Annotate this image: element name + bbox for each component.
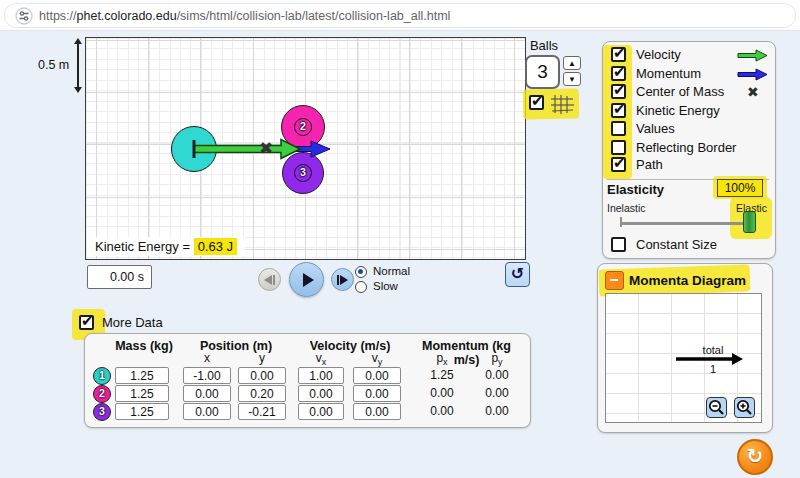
vx-input-ball1[interactable]: 1.00 — [298, 367, 344, 384]
subheader-vy: vy — [352, 351, 402, 367]
momenta-diagram-title: Momenta Diagram — [629, 273, 746, 288]
ball-2-number: 2 — [294, 118, 312, 136]
py-value-ball3: 0.00 — [476, 403, 518, 420]
py-value-ball2: 0.00 — [476, 385, 518, 402]
url-host: phet.colorado.edu — [77, 9, 177, 23]
elasticity-title: Elasticity — [607, 182, 664, 197]
checkbox-values[interactable] — [611, 121, 626, 136]
zoom-out-button[interactable] — [706, 397, 727, 418]
ball-3-badge: 3 — [93, 403, 111, 421]
more-data-checkbox[interactable] — [79, 315, 94, 330]
checkbox-kinetic-energy-label: Kinetic Energy — [636, 103, 720, 118]
y-input-ball2[interactable]: 0.20 — [238, 385, 286, 402]
checkbox-center-of-mass[interactable] — [611, 84, 626, 99]
total-value: 1 — [683, 363, 743, 375]
checkbox-momentum-label: Momentum — [636, 66, 701, 81]
radio-normal-label: Normal — [373, 265, 410, 277]
balls-increment-button[interactable]: ▲ — [563, 56, 581, 70]
elasticity-slider-thumb[interactable] — [743, 211, 756, 233]
radio-slow[interactable] — [355, 281, 367, 293]
collapse-button[interactable] — [605, 271, 624, 290]
mass-input-ball3[interactable]: 1.25 — [115, 403, 169, 420]
more-data-label: More Data — [102, 315, 163, 330]
total-label: total — [683, 344, 743, 356]
checkbox-reflecting-border-label: Reflecting Border — [636, 140, 736, 155]
px-value-ball1: 1.25 — [421, 367, 463, 384]
scale-label: 0.5 m — [38, 58, 69, 72]
x-input-ball2[interactable]: 0.00 — [183, 385, 231, 402]
mass-input-ball2[interactable]: 1.25 — [115, 385, 169, 402]
vx-input-ball3[interactable]: 0.00 — [298, 403, 344, 420]
subheader-x: x — [182, 351, 232, 365]
center-of-mass-marker: ✖ — [257, 138, 275, 159]
checkbox-kinetic-energy[interactable] — [611, 103, 626, 118]
elasticity-inelastic-label: Inelastic — [607, 202, 646, 214]
url-scheme: https:// — [39, 9, 77, 23]
zoom-out-icon — [708, 399, 725, 416]
play-button[interactable] — [289, 262, 324, 297]
checkbox-values-label: Values — [636, 121, 675, 136]
momenta-diagram-panel: Momenta Diagram total 1 — [597, 263, 773, 433]
velocity-arrow-icon — [737, 49, 769, 62]
header-mass: Mass (kg) — [109, 339, 179, 353]
px-value-ball2: 0.00 — [421, 385, 463, 402]
balls-spinner-label: Balls — [524, 38, 564, 53]
subheader-vx: vx — [296, 351, 346, 367]
url-bar[interactable]: https://phet.colorado.edu/sims/html/coll… — [4, 3, 796, 28]
elasticity-slider-track[interactable] — [620, 222, 755, 225]
vy-input-ball3[interactable]: 0.00 — [353, 403, 401, 420]
kinetic-energy-label: Kinetic Energy = — [95, 239, 194, 254]
px-value-ball3: 0.00 — [421, 403, 463, 420]
checkbox-constant-size-label: Constant Size — [636, 237, 717, 252]
checkbox-path[interactable] — [611, 157, 626, 172]
x-input-ball1[interactable]: -1.00 — [183, 367, 231, 384]
step-back-icon — [264, 275, 272, 285]
mass-input-ball1[interactable]: 1.25 — [115, 367, 169, 384]
y-input-ball3[interactable]: -0.21 — [238, 403, 286, 420]
kinetic-energy-value: 0.63 J — [194, 238, 237, 255]
step-forward-icon — [340, 275, 348, 285]
time-display: 0.00 s — [87, 265, 152, 289]
ball-1[interactable] — [171, 126, 217, 172]
radio-normal[interactable] — [355, 266, 367, 278]
elasticity-value: 100% — [717, 179, 763, 197]
checkbox-center-of-mass-label: Center of Mass — [636, 84, 724, 99]
subheader-py: py — [472, 351, 522, 367]
url-path: /sims/html/collision-lab/latest/collisio… — [177, 9, 451, 23]
url-text: https://phet.colorado.edu/sims/html/coll… — [39, 9, 450, 23]
center-of-mass-icon: ✖ — [747, 84, 759, 100]
ball-2-badge: 2 — [93, 385, 111, 403]
subheader-y: y — [237, 351, 287, 365]
checkbox-velocity[interactable] — [611, 47, 626, 62]
step-forward-button[interactable] — [331, 268, 354, 291]
data-table-panel: Mass (kg) Position (m) Velocity (m/s) Mo… — [84, 333, 531, 428]
step-back-button[interactable] — [258, 268, 281, 291]
checkbox-constant-size[interactable] — [611, 237, 626, 252]
play-icon — [303, 273, 314, 287]
reset-all-button[interactable]: ↻ — [737, 439, 773, 475]
ball-1-badge: 1 — [93, 367, 111, 385]
ball-3-number: 3 — [294, 164, 312, 182]
site-settings-icon[interactable] — [15, 7, 33, 25]
zoom-in-icon — [736, 399, 753, 416]
checkbox-momentum[interactable] — [611, 66, 626, 81]
collision-lab-screen: https://phet.colorado.edu/sims/html/coll… — [0, 0, 800, 478]
view-options-panel: Velocity Momentum Center of Mass ✖ Kinet… — [602, 41, 776, 259]
vy-input-ball2[interactable]: 0.00 — [353, 385, 401, 402]
grid-checkbox[interactable] — [529, 95, 544, 110]
browser-header: https://phet.colorado.edu/sims/html/coll… — [0, 0, 800, 31]
x-input-ball3[interactable]: 0.00 — [183, 403, 231, 420]
y-input-ball1[interactable]: 0.00 — [238, 367, 286, 384]
checkbox-velocity-label: Velocity — [636, 47, 681, 62]
vy-input-ball1[interactable]: 0.00 — [353, 367, 401, 384]
vx-input-ball2[interactable]: 0.00 — [298, 385, 344, 402]
kinetic-energy-readout: Kinetic Energy = 0.63 J — [87, 237, 245, 256]
subheader-px: px — [417, 351, 467, 367]
zoom-in-button[interactable] — [734, 397, 755, 418]
balls-count-display: 3 — [525, 55, 560, 89]
momentum-arrow-icon — [737, 68, 769, 81]
balls-decrement-button[interactable]: ▼ — [563, 72, 581, 86]
checkbox-reflecting-border[interactable] — [611, 140, 626, 155]
scale-marker-arrow-down — [74, 87, 82, 93]
restart-button[interactable]: ↺ — [505, 262, 530, 287]
